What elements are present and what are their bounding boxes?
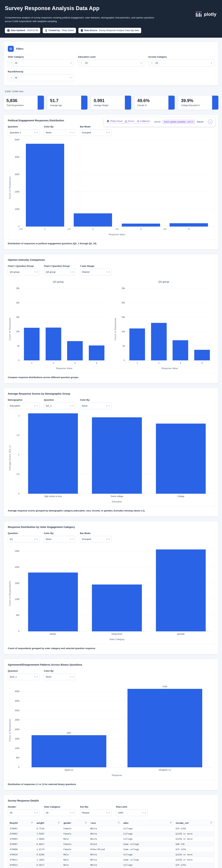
- table-row[interactable]: 4700070.6817FemaleBlackSome college$40-7…: [8, 841, 214, 847]
- filter-dropdown-voter-category[interactable]: ×All▾: [8, 60, 73, 66]
- chevron-down-icon[interactable]: ▾: [109, 271, 109, 273]
- clear-icon[interactable]: ×: [34, 538, 35, 540]
- chevron-down-icon[interactable]: ▾: [37, 812, 37, 814]
- dropdown-bar-mode[interactable]: Grouped×▾: [80, 129, 112, 136]
- bar[interactable]: [24, 328, 39, 361]
- bar[interactable]: [156, 424, 206, 494]
- dropdown-color-by[interactable]: None×▾: [44, 129, 75, 136]
- bar[interactable]: [89, 345, 104, 360]
- table-row[interactable]: 4700010.7516FemaleWhiteCollege$75-125k: [8, 826, 214, 831]
- column-header-race[interactable]: race: [89, 820, 122, 826]
- column-header-respid[interactable]: RespId: [8, 820, 35, 826]
- dropdown-bar-mode[interactable]: Grouped×▾: [80, 536, 112, 542]
- chevron-down-icon[interactable]: ▾: [37, 538, 37, 540]
- dropdown-color-by[interactable]: None×▾: [44, 536, 75, 542]
- bar[interactable]: [45, 328, 61, 361]
- chevron-down-icon[interactable]: ▾: [73, 812, 73, 814]
- chevron-down-icon[interactable]: ▾: [70, 77, 71, 79]
- bar[interactable]: [172, 340, 188, 361]
- chevron-down-icon[interactable]: ▾: [70, 62, 71, 64]
- collapse-toolbar-button[interactable]: »: [208, 120, 213, 124]
- column-header-educ[interactable]: educ: [122, 820, 174, 826]
- chevron-down-icon[interactable]: ▾: [37, 271, 37, 273]
- server-menu[interactable]: Server: [197, 121, 203, 123]
- clear-icon[interactable]: ×: [106, 131, 107, 134]
- bar[interactable]: [127, 689, 202, 767]
- clear-icon[interactable]: ×: [150, 61, 154, 65]
- dropdown-color-by[interactable]: None×▾: [44, 674, 75, 680]
- chevron-down-icon[interactable]: ▾: [73, 405, 73, 407]
- clear-icon[interactable]: ×: [70, 676, 71, 678]
- table-row[interactable]: 4700111.1653MaleWhiteSome college$125k o…: [8, 857, 214, 862]
- filter-icon[interactable]: [31, 822, 33, 824]
- plotly-cloud-button[interactable]: Plotly Cloud: [107, 120, 122, 122]
- dropdown-chart-1-question-group[interactable]: Q3 group×▾: [8, 269, 39, 275]
- dropdown-question[interactable]: Q19_1×▾: [8, 674, 39, 680]
- clear-icon[interactable]: ×: [70, 405, 71, 407]
- clear-icon[interactable]: ×: [106, 405, 107, 407]
- clear-icon[interactable]: ×: [106, 812, 107, 814]
- chevron-down-icon[interactable]: ▾: [73, 271, 73, 273]
- clear-icon[interactable]: ×: [34, 405, 35, 407]
- chevron-down-icon[interactable]: ▾: [37, 676, 37, 678]
- filter-dropdown-income-category[interactable]: ×All▾: [149, 60, 214, 66]
- dropdown-question[interactable]: Question 1×▾: [8, 129, 39, 136]
- errors-button[interactable]: Errors: [125, 120, 134, 122]
- chevron-down-icon[interactable]: ▾: [109, 405, 109, 407]
- clear-icon[interactable]: ×: [9, 76, 13, 80]
- filter-icon[interactable]: [58, 822, 60, 824]
- callbacks-button[interactable]: Callbacks: [137, 120, 150, 122]
- table-row[interactable]: 4700031.0844MaleWhiteCollege$125k or mor…: [8, 836, 214, 841]
- bar[interactable]: [151, 323, 167, 361]
- dropdown-gender[interactable]: All×▾: [8, 809, 39, 816]
- filter-icon[interactable]: [210, 822, 212, 824]
- bar[interactable]: [28, 413, 78, 494]
- chevron-down-icon[interactable]: ▾: [211, 62, 212, 64]
- chevron-down-icon[interactable]: ▾: [109, 812, 109, 814]
- bar[interactable]: [129, 329, 145, 361]
- filter-icon[interactable]: [118, 822, 120, 824]
- chevron-down-icon[interactable]: ▾: [37, 132, 37, 133]
- dropdown-voter-category[interactable]: All×▾: [44, 809, 75, 816]
- bar[interactable]: [32, 735, 106, 767]
- dash-update-pill[interactable]: Dash update available - v4.0.0: [162, 120, 195, 124]
- dropdown-sort-by[interactable]: RespId×▾: [80, 809, 112, 816]
- clear-icon[interactable]: ×: [106, 271, 107, 273]
- bar[interactable]: [170, 223, 208, 226]
- table-row[interactable]: 4700081.0174FemaleOther/MixedSome colleg…: [8, 847, 214, 852]
- clear-icon[interactable]: ×: [70, 131, 71, 134]
- chevron-down-icon[interactable]: ▾: [73, 538, 73, 540]
- clear-icon[interactable]: ×: [34, 812, 35, 814]
- column-header-income-cat[interactable]: income_cat: [174, 820, 214, 826]
- clear-icon[interactable]: ×: [80, 61, 84, 65]
- filter-dropdown-education-level[interactable]: ×All▾: [78, 60, 144, 66]
- filter-dropdown-race-ethnicity[interactable]: ×All▾: [8, 74, 73, 81]
- bar[interactable]: [28, 572, 78, 631]
- bar[interactable]: [92, 585, 142, 631]
- chevron-down-icon[interactable]: ▾: [109, 132, 109, 133]
- chevron-down-icon[interactable]: ▾: [141, 62, 142, 64]
- dropdown-row-limit[interactable]: 1000×▾: [116, 809, 148, 816]
- clear-icon[interactable]: ×: [106, 538, 107, 540]
- bar[interactable]: [26, 144, 64, 226]
- table-row[interactable]: 4700021.0267FemaleWhiteCollege$125k or m…: [8, 831, 214, 836]
- column-header-gender[interactable]: gender: [62, 820, 89, 826]
- clear-icon[interactable]: ×: [70, 538, 71, 540]
- clear-icon[interactable]: ×: [34, 271, 35, 273]
- chevron-down-icon[interactable]: ▾: [109, 538, 109, 540]
- clear-icon[interactable]: ×: [34, 131, 35, 134]
- dropdown-question[interactable]: Q1×▾: [8, 536, 39, 542]
- bar[interactable]: [122, 224, 160, 226]
- filter-icon[interactable]: [170, 822, 172, 824]
- chevron-down-icon[interactable]: ▾: [37, 405, 37, 407]
- clear-icon[interactable]: ×: [70, 271, 71, 273]
- column-header-weight[interactable]: weight: [35, 820, 62, 826]
- bar[interactable]: [67, 341, 83, 361]
- chevron-down-icon[interactable]: ▾: [73, 676, 73, 678]
- bar[interactable]: [74, 213, 112, 226]
- clear-icon[interactable]: ×: [70, 812, 71, 814]
- clear-icon[interactable]: ×: [9, 61, 13, 65]
- chevron-down-icon[interactable]: ▾: [145, 812, 146, 814]
- bar[interactable]: [92, 417, 142, 494]
- dropdown-chart-2-question-group[interactable]: Q4 group×▾: [44, 269, 75, 275]
